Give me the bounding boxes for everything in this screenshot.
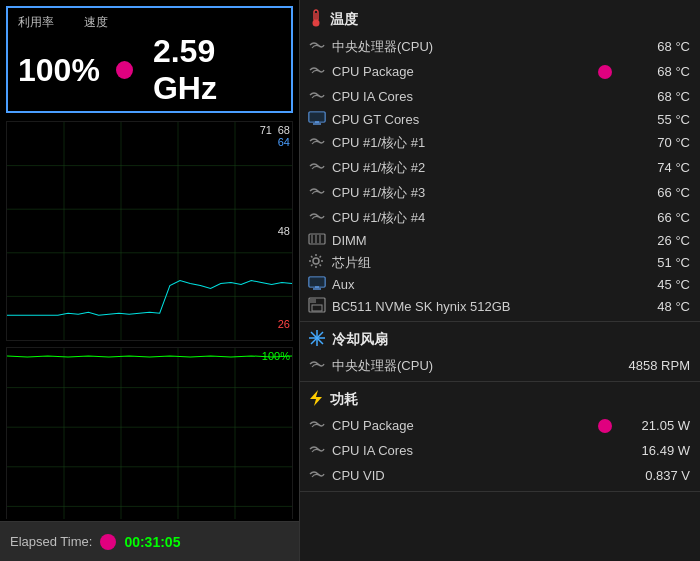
sensor-row-temperature-7: CPU #1/核心 #466 °C: [300, 205, 700, 230]
sensor-dot-hidden-temperature-11: [598, 300, 612, 314]
section-title-power: 功耗: [330, 391, 358, 409]
sensor-value-temperature-9: 51 °C: [620, 255, 690, 270]
sensor-name-temperature-4: CPU #1/核心 #1: [332, 134, 594, 152]
sensor-dot-hidden-temperature-10: [598, 278, 612, 292]
section-fan: 冷却风扇中央处理器(CPU)4858 RPM: [300, 325, 700, 378]
sensor-name-temperature-10: Aux: [332, 277, 594, 292]
sensor-row-temperature-0: 中央处理器(CPU)68 °C: [300, 34, 700, 59]
sensor-dot-hidden-temperature-4: [598, 136, 612, 150]
section-divider: [300, 321, 700, 322]
y-label-68: 68: [278, 124, 290, 136]
right-panel: 温度中央处理器(CPU)68 °CCPU Package68 °CCPU IA …: [300, 0, 700, 561]
y-label-100pct: 100%: [262, 350, 290, 362]
sensor-dot-hidden-temperature-6: [598, 186, 612, 200]
sensor-dot-hidden-fan-0: [598, 359, 612, 373]
sensor-icon-temperature-8: [308, 232, 328, 249]
sensor-dot-hidden-temperature-0: [598, 40, 612, 54]
sensor-value-temperature-11: 48 °C: [620, 299, 690, 314]
sensor-name-power-1: CPU IA Cores: [332, 443, 594, 458]
sensor-value-temperature-7: 66 °C: [620, 210, 690, 225]
sensor-icon-power-0: [308, 415, 328, 436]
sensor-value-temperature-8: 26 °C: [620, 233, 690, 248]
sensor-name-temperature-7: CPU #1/核心 #4: [332, 209, 594, 227]
section-divider: [300, 491, 700, 492]
utilization-value: 100%: [18, 52, 100, 89]
sensor-row-temperature-9: 芯片组51 °C: [300, 251, 700, 274]
sensor-name-temperature-5: CPU #1/核心 #2: [332, 159, 594, 177]
sensor-row-power-1: CPU IA Cores16.49 W: [300, 438, 700, 463]
svg-rect-34: [312, 305, 322, 311]
speed-label: 速度: [84, 14, 108, 31]
section-icon-temperature: [308, 8, 324, 32]
utilization-label: 利用率: [18, 14, 54, 31]
sensor-dot-hidden-power-1: [598, 444, 612, 458]
sensor-dot-power-0: [598, 419, 612, 433]
sensor-row-power-0: CPU Package21.05 W: [300, 413, 700, 438]
sensor-dot-hidden-power-2: [598, 469, 612, 483]
speed-indicator-dot: [116, 61, 133, 79]
sensor-name-power-2: CPU VID: [332, 468, 594, 483]
y-label-64: 64: [278, 136, 290, 148]
speed-value: 2.59 GHz: [153, 33, 281, 107]
sensor-name-temperature-1: CPU Package: [332, 64, 594, 79]
sensor-row-temperature-6: CPU #1/核心 #366 °C: [300, 180, 700, 205]
sensor-icon-temperature-1: [308, 61, 328, 82]
sensor-name-power-0: CPU Package: [332, 418, 594, 433]
sensor-value-power-2: 0.837 V: [620, 468, 690, 483]
sensor-row-temperature-1: CPU Package68 °C: [300, 59, 700, 84]
sensor-name-temperature-9: 芯片组: [332, 254, 594, 272]
sensor-icon-temperature-3: [308, 111, 328, 128]
svg-marker-39: [310, 390, 322, 406]
sensor-icon-temperature-11: [308, 297, 328, 316]
svg-rect-26: [319, 234, 321, 244]
sensor-dot-hidden-temperature-5: [598, 161, 612, 175]
elapsed-bar: Elapsed Time: 00:31:05: [0, 521, 299, 561]
svg-rect-29: [309, 277, 325, 287]
sensor-row-fan-0: 中央处理器(CPU)4858 RPM: [300, 353, 700, 378]
sensor-value-power-0: 21.05 W: [620, 418, 690, 433]
sensor-value-temperature-10: 45 °C: [620, 277, 690, 292]
sensor-value-temperature-1: 68 °C: [620, 64, 690, 79]
section-header-fan: 冷却风扇: [300, 325, 700, 353]
section-icon-power: [308, 389, 324, 411]
svg-rect-33: [310, 298, 316, 303]
sensor-row-power-2: CPU VID0.837 V: [300, 463, 700, 488]
y-label-26: 26: [278, 318, 290, 330]
sensor-name-fan-0: 中央处理器(CPU): [332, 357, 594, 375]
sensor-value-temperature-3: 55 °C: [620, 112, 690, 127]
section-icon-fan: [308, 329, 326, 351]
cpu-stats-header: 利用率 速度 100% 2.59 GHz: [6, 6, 293, 113]
sensor-value-power-1: 16.49 W: [620, 443, 690, 458]
elapsed-dot: [100, 534, 116, 550]
section-divider: [300, 381, 700, 382]
sensor-name-temperature-8: DIMM: [332, 233, 594, 248]
section-header-temperature: 温度: [300, 4, 700, 34]
sensor-icon-temperature-4: [308, 132, 328, 153]
sensor-value-temperature-6: 66 °C: [620, 185, 690, 200]
sensor-row-temperature-2: CPU IA Cores68 °C: [300, 84, 700, 109]
sensor-icon-temperature-2: [308, 86, 328, 107]
sensor-value-temperature-4: 70 °C: [620, 135, 690, 150]
section-header-power: 功耗: [300, 385, 700, 413]
elapsed-time: 00:31:05: [124, 534, 180, 550]
sensor-icon-temperature-10: [308, 276, 328, 293]
sensor-dot-temperature-1: [598, 65, 612, 79]
sensor-dot-hidden-temperature-2: [598, 90, 612, 104]
sensor-icon-temperature-0: [308, 36, 328, 57]
y-label-71: 71: [260, 124, 272, 136]
sensor-dot-hidden-temperature-9: [598, 256, 612, 270]
sensor-row-temperature-5: CPU #1/核心 #274 °C: [300, 155, 700, 180]
svg-rect-20: [309, 112, 325, 122]
sensor-dot-hidden-temperature-8: [598, 234, 612, 248]
sensor-icon-temperature-7: [308, 207, 328, 228]
svg-point-27: [313, 258, 319, 264]
svg-rect-24: [311, 234, 313, 244]
sensor-name-temperature-3: CPU GT Cores: [332, 112, 594, 127]
sensor-icon-power-1: [308, 440, 328, 461]
sensor-name-temperature-2: CPU IA Cores: [332, 89, 594, 104]
sensor-icon-fan-0: [308, 355, 328, 376]
sensor-row-temperature-8: DIMM26 °C: [300, 230, 700, 251]
sensor-dot-hidden-temperature-7: [598, 211, 612, 225]
sensor-name-temperature-0: 中央处理器(CPU): [332, 38, 594, 56]
sensor-row-temperature-10: Aux45 °C: [300, 274, 700, 295]
